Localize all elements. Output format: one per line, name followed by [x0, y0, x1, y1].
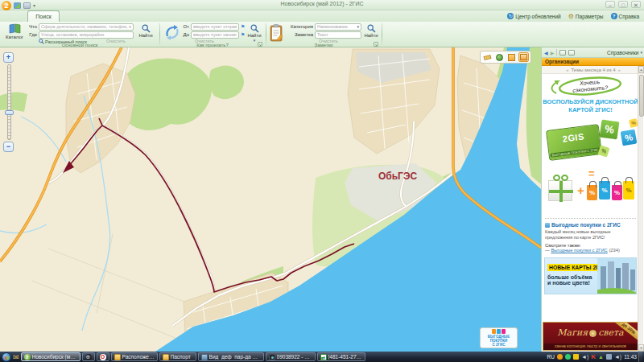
what-input[interactable]: [39, 23, 134, 31]
find-notes-label: Найти: [364, 33, 378, 38]
image-file-icon: [201, 354, 208, 360]
map-watermark-badge[interactable]: ВЫГОДНЫЕ ПОКУПКИ С 2ГИС: [480, 327, 518, 348]
tray-icon-green[interactable]: [565, 354, 571, 360]
help-icon: ?: [611, 13, 617, 19]
taskbar-button-folder2[interactable]: Паспорт: [159, 352, 196, 361]
content-divider: [545, 218, 636, 219]
zoom-slider-track[interactable]: [7, 64, 11, 140]
close-button[interactable]: ✕: [631, 1, 641, 8]
volume-icon[interactable]: ◄): [581, 354, 588, 360]
taskbar-button-folder1[interactable]: Расположенный пар-д...: [111, 352, 158, 361]
catalog-button[interactable]: Каталог: [3, 23, 26, 43]
phone-app-icon: [269, 354, 275, 360]
taskbar-button-teamviewer[interactable]: ⇄[481-451-278] - Окн...: [317, 352, 365, 361]
ribbon-tab-row: Поиск ↻Центр обновлений ⚙Параметры ?Спра…: [0, 10, 644, 22]
minimize-button[interactable]: –: [605, 1, 615, 8]
town-label-obges: ОбьГЭС: [378, 171, 417, 182]
catalog-book-icon: [9, 23, 21, 34]
show-desktop-button[interactable]: [638, 352, 642, 362]
route-dialog-launcher[interactable]: ↘: [258, 42, 262, 47]
organizations-header[interactable]: Организации: [542, 58, 644, 66]
taskbar-button-opera[interactable]: O: [97, 352, 109, 361]
note-input[interactable]: [315, 31, 361, 39]
promo-doodle: Хочешь сэкономить?: [545, 76, 635, 97]
toolbar-separator: [556, 49, 557, 56]
globe-icon: [496, 54, 503, 61]
pager-next-icon[interactable]: »: [616, 68, 623, 72]
scroll-up-icon[interactable]: ▲: [638, 66, 644, 73]
photo-layer-button[interactable]: [518, 52, 529, 62]
2gis-card: 2GIS ВЫГОДНЫЕ ПОКУПКИ С 2ГИС: [546, 124, 602, 161]
language-indicator[interactable]: RU: [547, 354, 555, 360]
forward-icon[interactable]: ▶: [551, 50, 555, 56]
see-also-link[interactable]: Выгодные покупки с 2ГИС: [551, 248, 607, 253]
back-icon[interactable]: ◀: [544, 50, 548, 56]
antivirus-icon[interactable]: K: [591, 353, 596, 360]
globe-tool-button[interactable]: [494, 52, 505, 62]
tray-icon-yellow[interactable]: [573, 354, 579, 360]
find-notes-button[interactable]: Найти: [363, 23, 379, 39]
clock[interactable]: 11:43: [624, 354, 637, 360]
scrollbar-thumb[interactable]: [639, 75, 644, 117]
ruler-tool-button[interactable]: [482, 52, 493, 62]
taskbar-button-dialer[interactable]: 09038922 - Быстр...: [266, 352, 316, 361]
options-button[interactable]: ⚙Параметры: [568, 13, 604, 20]
category-select[interactable]: Наименование▾: [315, 23, 361, 31]
magnifier-icon: [142, 24, 151, 33]
help-button[interactable]: ?Справка: [611, 13, 640, 19]
map-viewport[interactable]: ОбьГЭС + − ВЫГОДНЫЕ ПОКУПКИ С 2ГИС: [0, 47, 541, 352]
sidebar-scrollbar[interactable]: ▲ ▼: [638, 66, 643, 352]
find-button-main[interactable]: Найти: [135, 23, 156, 39]
new-maps-banner[interactable]: НОВЫЕ КАРТЫ 2ГИС: больше объёма и новые …: [544, 257, 637, 294]
notes-dialog-launcher[interactable]: ↘: [374, 42, 378, 47]
to-input[interactable]: [191, 31, 239, 39]
card-logo: 2GIS: [547, 130, 600, 146]
taskbar-button-2gis[interactable]: 2Новосибирск (май ...: [21, 352, 80, 361]
city-skyline-image: [597, 258, 636, 294]
mail-icon[interactable]: ✉: [13, 353, 19, 361]
expand-panel-icon[interactable]: [568, 50, 575, 56]
zoom-out-button[interactable]: −: [3, 142, 14, 152]
category-label: Категория: [284, 24, 313, 29]
where-input[interactable]: [39, 31, 134, 39]
scroll-down-icon[interactable]: ▼: [638, 344, 644, 352]
to-flag-icon[interactable]: ⚑: [241, 31, 245, 37]
article-title: Выгодные покупки с 2ГИС: [551, 222, 621, 228]
start-button[interactable]: [2, 352, 11, 362]
speaker-icon[interactable]: ◄): [614, 354, 621, 360]
from-flag-icon[interactable]: ⚑: [241, 23, 245, 29]
tray-icon-orange[interactable]: [557, 354, 563, 360]
tab-poisk[interactable]: Поиск: [27, 10, 60, 22]
note-tool-button[interactable]: [506, 52, 517, 62]
window-title: Новосибирск (май 2012) - 2ГИС: [0, 1, 644, 6]
directories-dropdown[interactable]: Справочники▾: [607, 50, 642, 56]
maximize-button[interactable]: □: [618, 1, 628, 8]
promo-article: Выгодные покупки с 2ГИС Каждый месяц нов…: [545, 222, 636, 241]
see-also-bullet: —: [545, 248, 550, 253]
update-center-button[interactable]: ↻Центр обновлений: [507, 13, 561, 19]
zoom-slider-handle[interactable]: [5, 110, 14, 115]
to-label: До: [181, 32, 189, 37]
group-divider: [159, 23, 160, 45]
update-center-icon: ↻: [507, 13, 514, 19]
magia-sveta-ad[interactable]: до 30% Магиясвета смена коллекции люстр …: [543, 322, 638, 351]
print-panel-icon[interactable]: [559, 50, 566, 56]
gift-bags-graphic[interactable]: + = % % % %: [542, 169, 639, 214]
taskbar-button-browser[interactable]: ⊕: [82, 352, 95, 361]
banner-more-link[interactable]: подробнее: [547, 293, 572, 294]
percent-cube-icon: %: [597, 145, 609, 157]
discount-card-graphic[interactable]: 2GIS ВЫГОДНЫЕ ПОКУПКИ С 2ГИС % % % %: [542, 117, 639, 169]
display-icon[interactable]: [606, 354, 612, 360]
taskbar-button-image[interactable]: Вид_деф_пар-да Рас...: [198, 352, 264, 361]
shopping-bag-icon: %: [623, 181, 634, 200]
network-up-icon[interactable]: ▲: [598, 354, 604, 360]
article-title-row[interactable]: Выгодные покупки с 2ГИС: [545, 222, 636, 228]
zoom-in-button[interactable]: +: [3, 52, 14, 63]
group-divider: [382, 23, 382, 45]
from-input[interactable]: [191, 23, 239, 31]
article-body: Каждый месяц новые выгодные предложения …: [545, 229, 636, 241]
clipboard-icon: [270, 24, 283, 42]
find-route-button[interactable]: Найти ▾: [246, 23, 263, 43]
system-tray: RU ◄) K ▲ ◄) 11:43: [547, 353, 637, 360]
gift-box-icon: [548, 180, 572, 201]
